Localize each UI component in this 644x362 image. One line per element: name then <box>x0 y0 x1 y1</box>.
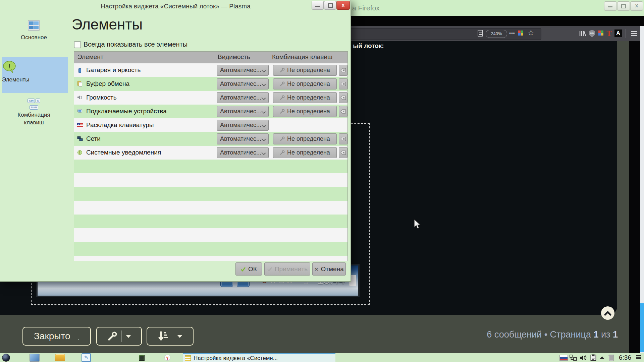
visibility-dropdown[interactable]: Автоматичес... <box>217 106 269 117</box>
shortcut-button[interactable]: Не определена <box>273 92 337 103</box>
topic-closed-button[interactable]: Закрыто . <box>22 327 91 346</box>
tray-volume[interactable] <box>580 354 587 361</box>
grid-cell <box>518 33 521 36</box>
sidebar-item-items[interactable]: ! Элементы <box>2 57 68 93</box>
tray-clock[interactable]: 6:36 <box>619 354 631 361</box>
always-show-checkbox[interactable] <box>74 41 81 48</box>
page-gutter <box>629 41 640 353</box>
firefox-close-button[interactable]: X <box>630 1 643 11</box>
tray-trash[interactable] <box>608 354 614 361</box>
window-icon <box>28 20 40 31</box>
visibility-dropdown[interactable]: Автоматичес... <box>217 92 269 103</box>
row-label: Сети <box>86 135 101 142</box>
clear-shortcut-button[interactable] <box>339 133 347 144</box>
sort-posts-button[interactable] <box>147 327 194 346</box>
extension-grid-icon[interactable] <box>518 31 523 36</box>
tray-keyboard-flag[interactable] <box>559 354 568 361</box>
apply-button[interactable]: Применить <box>264 262 310 276</box>
visibility-dropdown[interactable]: Автоматичес... <box>217 147 269 158</box>
menu-hamburger-icon[interactable] <box>631 31 637 32</box>
empty-row <box>74 256 347 261</box>
taskbar: ✎ Y Значки - ROSAForum - Mozilla ... Нас… <box>0 353 644 362</box>
empty-row <box>74 242 347 256</box>
clear-shortcut-button[interactable] <box>339 92 347 103</box>
shortcut-button[interactable]: Не определена <box>273 147 337 158</box>
sidebar-item-shortcuts[interactable]: CtrlC Shift Комбинация клавиш <box>0 97 68 126</box>
cancel-button[interactable]: × Отмена <box>312 262 346 276</box>
chevron-down-icon <box>262 123 266 128</box>
scrollbar-thumb[interactable] <box>640 303 644 352</box>
ok-button[interactable]: ОК <box>235 262 262 276</box>
tray-network[interactable] <box>570 354 577 361</box>
taskbar-menu-icon[interactable] <box>636 355 641 356</box>
row-label: Батарея и яркость <box>86 66 141 74</box>
table-row-notifications[interactable]: ! Системные уведомления Автоматичес... Н… <box>74 146 347 160</box>
column-header-element[interactable]: Элемент <box>77 53 104 61</box>
apply-label: Применить <box>275 265 308 273</box>
clear-shortcut-button[interactable] <box>339 78 347 89</box>
launcher-files[interactable] <box>55 354 65 361</box>
column-header-visibility[interactable]: Видимость <box>218 53 250 61</box>
extension-t-icon[interactable]: T <box>606 29 612 38</box>
firefox-maximize-button[interactable] <box>617 1 630 11</box>
table-row-clipboard[interactable]: Буфер обмена Автоматичес... Не определен… <box>74 77 347 91</box>
shortcut-button[interactable]: Не определена <box>273 133 337 144</box>
launcher-rosa-menu[interactable] <box>2 354 10 361</box>
page-actions-icon[interactable]: ••• <box>509 31 515 36</box>
library-icon[interactable] <box>579 30 586 37</box>
extension-grid-icon[interactable] <box>598 31 603 36</box>
clear-shortcut-button[interactable] <box>339 106 347 117</box>
table-row-networks[interactable]: Сети Автоматичес... Не определена <box>74 132 347 146</box>
launcher-notes[interactable]: ✎ <box>82 354 91 361</box>
scrollbar-track[interactable] <box>640 26 644 353</box>
column-header-shortcut[interactable]: Комбинация клавиш <box>272 53 332 61</box>
shortcut-button[interactable]: Не определена <box>273 78 337 89</box>
dropdown-value: Автоматичес... <box>220 67 261 73</box>
tray-clipboard[interactable] <box>590 354 596 361</box>
reader-mode-icon[interactable] <box>478 30 483 37</box>
battery-icon <box>77 67 83 73</box>
visibility-dropdown[interactable]: Автоматичес... <box>217 120 269 131</box>
sidebar-item-label: Основное <box>0 34 68 41</box>
task-systray-settings[interactable]: Настройка виджета «Системн... <box>183 353 335 362</box>
table-row-volume[interactable]: Громкость Автоматичес... Не определена <box>74 91 347 105</box>
scroll-to-top-button[interactable] <box>601 306 614 320</box>
bookmark-star-icon[interactable]: ☆ <box>528 29 534 37</box>
topic-tools-button[interactable] <box>96 327 142 346</box>
tray-yandex-icon[interactable]: Y <box>164 354 170 361</box>
visibility-dropdown[interactable]: Автоматичес... <box>217 133 269 144</box>
zoom-level-badge[interactable]: 240% <box>486 30 507 38</box>
network-connection-icon <box>570 355 577 361</box>
visibility-dropdown[interactable]: Автоматичес... <box>217 78 269 89</box>
shortcut-value: Не определена <box>287 93 330 103</box>
network-icon <box>77 136 83 141</box>
ok-label: ОК <box>248 265 257 273</box>
firefox-minimize-button[interactable] <box>604 1 617 11</box>
clock-label: 6:36 <box>619 354 631 361</box>
tray-expander[interactable] <box>599 354 605 361</box>
minimize-icon <box>315 6 320 7</box>
shortcut-button[interactable]: Не определена <box>273 106 337 117</box>
table-row-devices[interactable]: Подключаемые устройства Автоматичес... Н… <box>74 105 347 118</box>
dialog-maximize-button[interactable] <box>324 1 336 10</box>
tray-mini-icon[interactable] <box>139 354 145 361</box>
extension-a-icon[interactable]: A <box>614 29 622 37</box>
sidebar-item-label: Элементы <box>2 76 68 83</box>
table-row-keyboard-layout[interactable]: Раскладка клавиатуры Автоматичес... <box>74 118 347 132</box>
sidebar-item-general[interactable]: Основное <box>0 20 68 41</box>
clipboard-icon <box>77 81 83 87</box>
button-divider <box>173 330 173 342</box>
shortcut-button[interactable]: Не определена <box>273 65 337 76</box>
ru-flag-icon <box>559 355 568 361</box>
dialog-minimize-button[interactable] <box>312 1 324 10</box>
chevron-down-icon <box>262 110 266 114</box>
svg-text:!: ! <box>79 151 80 155</box>
clear-shortcut-button[interactable] <box>339 65 347 76</box>
clear-shortcut-button[interactable] <box>339 147 347 158</box>
clipboard-icon <box>590 354 596 361</box>
table-row-battery[interactable]: Батарея и яркость Автоматичес... Не опре… <box>74 63 347 77</box>
dialog-close-button[interactable]: x <box>336 1 350 10</box>
shield-icon[interactable]: UD <box>588 29 596 38</box>
launcher-desktop[interactable] <box>30 354 40 361</box>
visibility-dropdown[interactable]: Автоматичес... <box>217 65 269 76</box>
